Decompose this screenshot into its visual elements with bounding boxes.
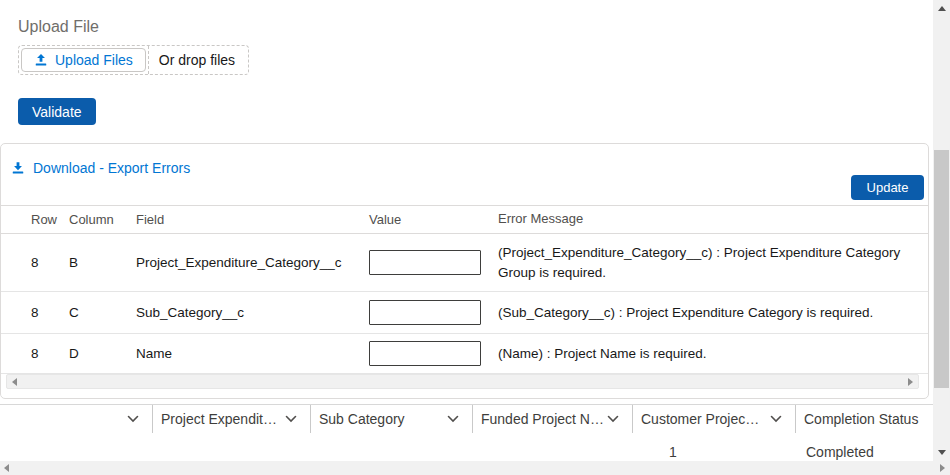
grid-column-customer-project[interactable]: Customer Projec… [633, 405, 796, 433]
download-export-errors-link[interactable]: Download - Export Errors [11, 160, 190, 176]
grid-column-funded-project-name[interactable]: Funded Project N… [473, 405, 633, 433]
grid-column-sub-category[interactable]: Sub Category [311, 405, 473, 433]
preview-grid-header-row: Project Expendit… Sub Category Funded Pr… [0, 404, 950, 433]
error-table: Row Column Field Value Error Message 8 B… [1, 205, 928, 374]
upload-files-button[interactable]: Upload Files [21, 48, 146, 72]
chevron-down-icon [447, 415, 459, 423]
grid-column-label: Funded Project N… [481, 411, 604, 427]
grid-column-completion-status[interactable]: Completion Status [796, 405, 950, 433]
row-number-cell: 8 [31, 305, 69, 320]
field-name-cell: Sub_Category__c [136, 305, 369, 320]
file-dropzone[interactable]: Upload Files Or drop files [18, 45, 249, 75]
value-cell [369, 300, 498, 325]
customer-project-value: 1 [669, 444, 677, 460]
column-header-value: Value [369, 212, 498, 227]
drop-files-label: Or drop files [149, 46, 248, 74]
scroll-right-arrow-icon[interactable] [908, 378, 913, 386]
chevron-down-icon [285, 415, 297, 423]
column-header-row: Row [31, 212, 69, 227]
grid-column-label: Project Expendit… [161, 411, 277, 427]
upload-section-title: Upload File [18, 18, 99, 36]
scroll-left-arrow-icon[interactable] [12, 378, 17, 386]
value-input[interactable] [369, 341, 481, 366]
column-header-column: Column [69, 212, 136, 227]
grid-column-blank[interactable] [0, 405, 153, 433]
chevron-down-icon [607, 415, 619, 423]
field-name-cell: Project_Expenditure_Category__c [136, 255, 369, 270]
download-icon [11, 161, 25, 175]
column-header-error-message: Error Message [498, 210, 928, 229]
upload-icon [34, 53, 48, 67]
row-number-cell: 8 [31, 346, 69, 361]
validate-button[interactable]: Validate [18, 98, 96, 125]
row-number-cell: 8 [31, 255, 69, 270]
download-link-label: Download - Export Errors [33, 160, 190, 176]
vertical-scrollbar[interactable] [933, 0, 950, 461]
error-message-cell: (Project_Expenditure_Category__c) : Proj… [498, 243, 928, 282]
value-input[interactable] [369, 250, 481, 275]
card-horizontal-scrollbar[interactable] [6, 374, 919, 389]
scroll-right-arrow-icon[interactable] [940, 464, 945, 472]
table-row: 8 C Sub_Category__c (Sub_Category__c) : … [1, 292, 928, 334]
table-row: 8 D Name (Name) : Project Name is requir… [1, 334, 928, 374]
grid-column-project-expenditure[interactable]: Project Expendit… [153, 405, 311, 433]
value-cell [369, 250, 498, 275]
completion-status-value: Completed [806, 444, 874, 460]
scroll-left-arrow-icon[interactable] [4, 464, 9, 472]
value-input[interactable] [369, 300, 481, 325]
vertical-scrollbar-thumb[interactable] [934, 150, 949, 388]
update-button[interactable]: Update [851, 175, 924, 200]
grid-column-label: Completion Status [804, 411, 918, 427]
scroll-up-arrow-icon[interactable] [933, 0, 950, 17]
error-message-cell: (Name) : Project Name is required. [498, 344, 928, 364]
upload-files-label: Upload Files [55, 52, 133, 68]
table-row: 8 B Project_Expenditure_Category__c (Pro… [1, 234, 928, 292]
chevron-down-icon [770, 415, 782, 423]
error-message-cell: (Sub_Category__c) : Project Expenditure … [498, 303, 928, 323]
grid-column-label: Sub Category [319, 411, 405, 427]
value-cell [369, 341, 498, 366]
scroll-down-arrow-icon[interactable] [933, 444, 950, 461]
chevron-down-icon [127, 415, 139, 423]
error-results-card: Download - Export Errors Update Row Colu… [0, 143, 929, 399]
field-name-cell: Name [136, 346, 369, 361]
error-table-header-row: Row Column Field Value Error Message [1, 205, 928, 234]
horizontal-scrollbar[interactable] [0, 461, 950, 475]
grid-column-label: Customer Projec… [641, 411, 759, 427]
column-letter-cell: D [69, 346, 136, 361]
column-header-field: Field [136, 212, 369, 227]
column-letter-cell: C [69, 305, 136, 320]
column-letter-cell: B [69, 255, 136, 270]
